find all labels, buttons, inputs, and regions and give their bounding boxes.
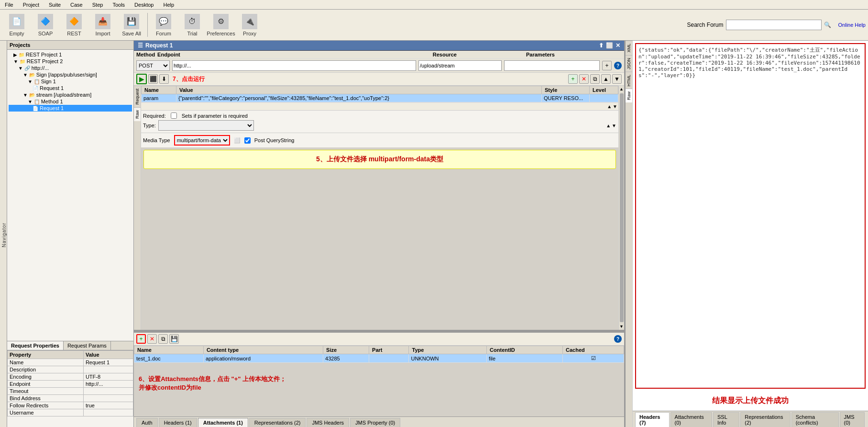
run-button[interactable]: ▶ [136, 74, 147, 84]
add-attachment-button[interactable]: + [136, 334, 146, 344]
move-up-button[interactable]: ▲ [601, 74, 611, 84]
prop-name-value[interactable]: Request 1 [83, 359, 133, 366]
resp-tab-jms[interactable]: JMS (0) [840, 412, 865, 427]
stop-button[interactable]: ⬛ [148, 74, 158, 84]
side-tab-html[interactable]: HTML [626, 72, 632, 89]
search-icon[interactable]: 🔍 [824, 22, 831, 28]
parameters-input[interactable] [504, 60, 600, 71]
attach-size[interactable]: 43285 [323, 354, 369, 363]
sidebar-item-sign[interactable]: ▼ 📂 Sign [/apps/pub/user/sign] [9, 71, 132, 78]
scroll-up-2[interactable]: ▲ [606, 123, 611, 128]
tab-attachments[interactable]: Attachments (1) [198, 418, 248, 427]
side-tab-request[interactable]: Request [134, 86, 141, 107]
resp-tab-representations[interactable]: Representations (2) [740, 412, 790, 427]
sidebar-item-rest-project-2[interactable]: ▼ 📁 REST Project 2 [9, 58, 132, 65]
tab-representations[interactable]: Representations (2) [249, 418, 306, 427]
attachment-row[interactable]: test_1.doc application/msword 43285 UNKN… [134, 354, 624, 363]
sidebar-item-rest-project-1[interactable]: ▶ 📁 REST Project 1 [9, 51, 132, 58]
toolbar-soap[interactable]: 🔷 SOAP [31, 12, 60, 38]
attach-contenttype[interactable]: application/msword [203, 354, 323, 363]
menu-desktop[interactable]: Desktop [132, 1, 156, 8]
param-name[interactable]: param [142, 94, 176, 102]
param-style[interactable]: QUERY RESO... [542, 94, 590, 102]
attach-part[interactable] [369, 354, 409, 363]
tab-jms-headers[interactable]: JMS Headers [307, 418, 349, 427]
scroll-down[interactable]: ▼ [613, 104, 617, 109]
post-querystring-checkbox[interactable] [244, 137, 251, 144]
online-help-link[interactable]: Online Help [838, 22, 866, 28]
side-tab-xml[interactable]: XML [626, 41, 632, 55]
menu-tools[interactable]: Tools [110, 1, 127, 8]
attach-cached[interactable]: ☑ [563, 354, 624, 363]
prop-desc-value[interactable] [83, 366, 133, 373]
resp-tab-ssl[interactable]: SSL Info [713, 412, 739, 427]
menu-help[interactable]: Help [161, 1, 176, 8]
menu-case[interactable]: Case [68, 1, 85, 8]
attach-name[interactable]: test_1.doc [134, 354, 204, 363]
remove-button[interactable]: ✕ [579, 74, 589, 84]
resp-tab-schema[interactable]: Schema (conflicts) [791, 412, 839, 427]
scrollbar-thumb[interactable] [620, 93, 624, 322]
tab-auth[interactable]: Auth [136, 418, 158, 427]
toolbar-proxy[interactable]: 🔌 Proxy [235, 12, 264, 38]
toolbar-forum[interactable]: 💬 Forum [149, 12, 178, 38]
scroll-down-2[interactable]: ▼ [612, 123, 616, 128]
sidebar-item-stream[interactable]: ▼ 📂 stream [/upload/stream] [9, 91, 132, 98]
attach-contentid[interactable]: file [487, 354, 563, 363]
toolbar-preferences[interactable]: ⚙ Preferences [207, 12, 235, 38]
prop-ep-value[interactable]: http://... [83, 381, 133, 388]
restore-icon[interactable]: ⬜ [606, 42, 613, 49]
scroll-top[interactable]: ▲ [618, 86, 624, 92]
scroll-bottom[interactable]: ▼ [618, 323, 624, 330]
close-icon[interactable]: ✕ [615, 42, 620, 49]
search-input[interactable] [726, 20, 822, 30]
sidebar-item-method1[interactable]: ▼ 📋 Method 1 [9, 98, 132, 105]
resource-input[interactable] [418, 60, 502, 71]
menu-project[interactable]: Project [21, 1, 42, 8]
param-value[interactable]: {"parentId":"","fileCategory":"personal"… [176, 94, 541, 102]
menu-file[interactable]: File [2, 1, 16, 8]
media-type-icon[interactable]: ⬜ [234, 137, 241, 144]
tab-request-params[interactable]: Request Params [64, 341, 111, 350]
save-attachment-button[interactable]: 💾 [169, 334, 179, 344]
side-tab-json[interactable]: JSON [626, 55, 632, 72]
endpoint-input[interactable] [172, 60, 416, 71]
add-button[interactable]: + [568, 74, 578, 84]
type-select[interactable] [158, 120, 254, 131]
scroll-up[interactable]: ▲ [607, 104, 612, 109]
prop-enc-value[interactable]: UTF-8 [83, 373, 133, 381]
vertical-scrollbar[interactable]: ▲ ▼ [618, 86, 624, 330]
toolbar-empty[interactable]: 📄 Empty [2, 12, 31, 38]
resp-tab-headers[interactable]: Headers (7) [635, 412, 670, 427]
menu-suite[interactable]: Suite [46, 1, 63, 8]
sidebar-item-request1-sign[interactable]: 📄 Request 1 [9, 85, 132, 91]
toolbar-import[interactable]: 📥 Import [88, 12, 117, 38]
method-select[interactable]: POST GET PUT DELETE [136, 60, 170, 71]
add-param-icon[interactable]: + [602, 61, 612, 70]
step-button[interactable]: ⬇ [159, 74, 169, 84]
side-tab-raw-response[interactable]: Raw [626, 89, 632, 102]
attach-type[interactable]: UNKNOWN [409, 354, 487, 363]
resp-tab-attachments[interactable]: Attachments (0) [670, 412, 712, 427]
sidebar-item-http[interactable]: ▼ 🔗 http://... [9, 65, 132, 71]
toolbar-saveall[interactable]: 💾 Save All [117, 12, 146, 38]
clone-attachment-button[interactable]: ⧉ [158, 334, 168, 344]
move-down-button[interactable]: ▼ [612, 74, 622, 84]
sidebar-item-sign1[interactable]: ▼ 📋 Sign 1 [9, 78, 132, 85]
tab-headers[interactable]: Headers (1) [159, 418, 197, 427]
media-type-select[interactable]: multipart/form-data application/json app… [174, 135, 230, 146]
param-row[interactable]: param {"parentId":"","fileCategory":"per… [142, 94, 618, 102]
param-level[interactable] [590, 94, 618, 102]
help-icon[interactable]: ? [614, 62, 622, 69]
remove-attachment-button[interactable]: ✕ [147, 334, 157, 344]
prop-fr-value[interactable]: true [83, 402, 133, 409]
clone-button[interactable]: ⧉ [590, 74, 600, 84]
attach-help-icon[interactable]: ? [614, 335, 622, 343]
required-checkbox[interactable] [171, 112, 177, 119]
side-tab-raw[interactable]: Raw [134, 107, 141, 121]
toolbar-trial[interactable]: ⏱ Trial [178, 12, 207, 38]
expand-icon[interactable]: ⬆ [599, 42, 604, 49]
prop-bindaddr-value[interactable] [83, 395, 133, 402]
prop-timeout-value[interactable] [83, 388, 133, 395]
menu-step[interactable]: Step [90, 1, 106, 8]
